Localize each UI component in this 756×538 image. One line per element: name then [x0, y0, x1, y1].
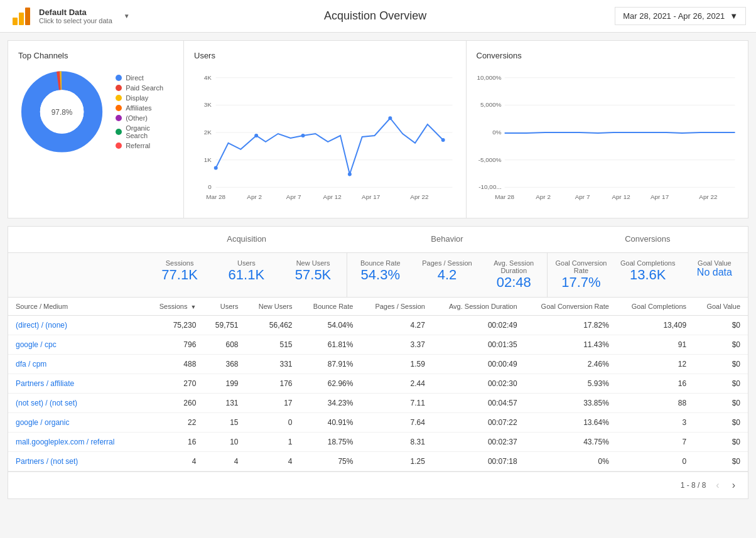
col-bounce-rate[interactable]: Bounce Rate — [300, 298, 361, 316]
svg-text:-10,00...: -10,00... — [478, 183, 501, 190]
table-body: (direct) / (none) 75,230 59,751 56,462 5… — [8, 316, 748, 471]
summary-users: Users 61.1K — [213, 253, 279, 297]
legend-label-display: Display — [126, 94, 148, 102]
cell-value: $0 — [694, 316, 748, 335]
users-line-path — [216, 118, 443, 174]
col-goal-conversion-rate[interactable]: Goal Conversion Rate — [525, 298, 617, 316]
users-chart-title: Users — [194, 51, 456, 60]
cell-new-users: 56,462 — [246, 316, 300, 335]
cell-users: 199 — [203, 374, 246, 394]
col-users[interactable]: Users — [203, 298, 246, 316]
col-new-users[interactable]: New Users — [246, 298, 300, 316]
cell-new-users: 4 — [246, 452, 300, 471]
cell-completions: 13,409 — [617, 316, 694, 335]
col-goal-value[interactable]: Goal Value — [694, 298, 748, 316]
table-footer: 1 - 8 / 8 ‹ › — [8, 471, 748, 498]
users-chart-panel: Users 4K 3K 2K 1K 0 — [184, 41, 467, 218]
data-section: Acquisition Behavior Conversions Session… — [8, 226, 748, 499]
cell-source-medium[interactable]: (not set) / (not set) — [8, 394, 146, 413]
summary-avg-session-label: Avg. Session Duration — [483, 259, 544, 274]
conversions-summary: Goal Conversion Rate 17.7% Goal Completi… — [548, 253, 748, 297]
cell-source-medium[interactable]: Partners / affiliate — [8, 374, 146, 394]
pagination-prev-button[interactable]: ‹ — [713, 477, 721, 493]
summary-bounce-rate-value: 54.3% — [350, 267, 411, 283]
legend-label-referral: Referral — [126, 142, 150, 149]
cell-completions: 7 — [617, 433, 694, 452]
cell-gcr: 13.64% — [525, 413, 617, 433]
summary-goal-completions: Goal Completions 13.6K — [615, 253, 681, 297]
col-pages-session[interactable]: Pages / Session — [360, 298, 432, 316]
svg-text:Apr 12: Apr 12 — [612, 193, 630, 200]
header-logo-area[interactable]: Default Data Click to select your data ▼ — [10, 5, 136, 28]
col-goal-completions[interactable]: Goal Completions — [617, 298, 694, 316]
cell-duration: 00:02:30 — [433, 374, 525, 394]
cell-duration: 00:00:49 — [433, 355, 525, 374]
cell-source-medium[interactable]: dfa / cpm — [8, 355, 146, 374]
cell-value: $0 — [694, 452, 748, 471]
svg-text:5,000%: 5,000% — [480, 101, 502, 108]
summary-avg-session: Avg. Session Duration 02:48 — [480, 253, 547, 297]
svg-text:Apr 2: Apr 2 — [536, 193, 551, 200]
legend-dot-display — [116, 95, 122, 101]
cell-source-medium[interactable]: mall.googleplex.com / referral — [8, 433, 146, 452]
cell-source-medium[interactable]: (direct) / (none) — [8, 316, 146, 335]
cell-bounce-rate: 34.23% — [300, 394, 361, 413]
cell-completions: 12 — [617, 355, 694, 374]
top-channels-panel: Top Channels 97.8% Direct — [8, 41, 184, 218]
conversions-chart-panel: Conversions 10,000% 5,000% 0% -5,000% -1… — [467, 41, 748, 218]
legend-dot-paid-search — [116, 85, 122, 91]
table-row: Partners / (not set) 4 4 4 75% 1.25 00:0… — [8, 452, 748, 471]
summary-gcr: Goal Conversion Rate 17.7% — [548, 253, 614, 297]
col-sessions[interactable]: Sessions ▼ — [146, 298, 203, 316]
date-range-arrow: ▼ — [730, 11, 738, 21]
acquisition-section-header[interactable]: Acquisition — [146, 227, 347, 252]
conversions-chart-title: Conversions — [477, 51, 738, 60]
cell-bounce-rate: 75% — [300, 452, 361, 471]
cell-pages: 3.37 — [360, 335, 432, 355]
summary-users-value: 61.1K — [215, 267, 277, 283]
cell-new-users: 1 — [246, 433, 300, 452]
cell-source-medium[interactable]: google / organic — [8, 413, 146, 433]
summary-pages-session-label: Pages / Session — [416, 259, 478, 267]
legend-dot-other — [116, 115, 122, 121]
legend-referral: Referral — [116, 142, 173, 149]
conversions-section-header[interactable]: Conversions — [548, 227, 748, 252]
legend-label-direct: Direct — [126, 74, 144, 82]
summary-new-users-label: New Users — [282, 259, 343, 267]
section-headers: Acquisition Behavior Conversions — [8, 227, 748, 253]
svg-point-18 — [254, 134, 258, 137]
data-selector[interactable]: Default Data Click to select your data — [39, 8, 112, 24]
cell-new-users: 176 — [246, 374, 300, 394]
svg-text:Apr 7: Apr 7 — [286, 193, 301, 200]
cell-pages: 7.64 — [360, 413, 432, 433]
cell-source-medium[interactable]: google / cpc — [8, 335, 146, 355]
legend-label-other: (Other) — [126, 114, 148, 122]
cell-completions: 0 — [617, 452, 694, 471]
behavior-section-header[interactable]: Behavior — [347, 227, 547, 252]
cell-gcr: 17.82% — [525, 316, 617, 335]
cell-duration: 00:04:57 — [433, 394, 525, 413]
cell-value: $0 — [694, 413, 748, 433]
svg-point-17 — [214, 166, 218, 170]
data-table: Source / Medium Sessions ▼ Users New Use… — [8, 298, 748, 471]
date-range-selector[interactable]: Mar 28, 2021 - Apr 26, 2021 ▼ — [615, 7, 746, 25]
users-line-chart: 4K 3K 2K 1K 0 Ma — [194, 68, 456, 206]
ga-logo-icon — [10, 5, 33, 28]
summary-goal-value-value: No data — [684, 267, 745, 278]
summary-pages-session-value: 4.2 — [416, 267, 478, 283]
pagination-next-button[interactable]: › — [730, 477, 738, 493]
col-source-medium[interactable]: Source / Medium — [8, 298, 146, 316]
svg-text:3K: 3K — [204, 101, 212, 108]
cell-gcr: 43.75% — [525, 433, 617, 452]
legend-paid-search: Paid Search — [116, 84, 173, 92]
summary-new-users: New Users 57.5K — [279, 253, 346, 297]
cell-pages: 1.59 — [360, 355, 432, 374]
col-avg-session-duration[interactable]: Avg. Session Duration — [433, 298, 525, 316]
svg-text:-5,000%: -5,000% — [478, 156, 501, 163]
svg-text:Apr 12: Apr 12 — [323, 193, 342, 200]
top-channels-title: Top Channels — [18, 51, 173, 60]
cell-value: $0 — [694, 394, 748, 413]
donut-percent-label: 97.8% — [51, 108, 73, 117]
cell-source-medium[interactable]: Partners / (not set) — [8, 452, 146, 471]
cell-sessions: 270 — [146, 374, 203, 394]
